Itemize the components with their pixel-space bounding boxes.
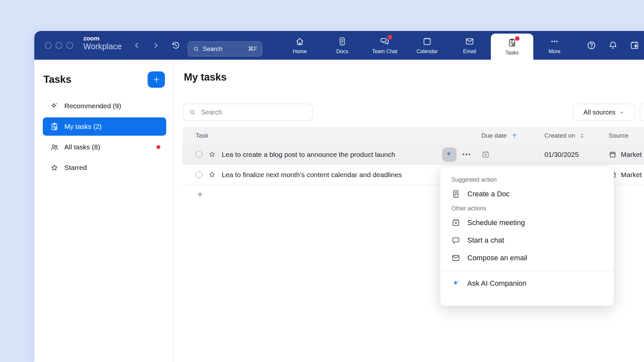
- calendar-icon: [609, 151, 617, 158]
- history-icon[interactable]: [171, 40, 181, 50]
- column-header-created-on[interactable]: Created on: [540, 132, 604, 139]
- menu-item-label: Start a chat: [467, 236, 504, 245]
- ai-companion-button[interactable]: [442, 147, 457, 162]
- task-title: Lea to create a blog post to announce th…: [222, 151, 395, 158]
- calendar-plus-icon[interactable]: [481, 150, 490, 159]
- tab-docs[interactable]: Docs: [321, 31, 363, 60]
- menu-item-label: Create a Doc: [467, 190, 510, 198]
- tab-label: Tasks: [506, 50, 519, 56]
- tab-label: More: [549, 49, 560, 54]
- search-shortcut: ⌘F: [248, 45, 257, 53]
- source-label: Market: [621, 151, 642, 158]
- forward-chevron-icon[interactable]: [151, 41, 160, 50]
- sidebar-item-label: Recommended (9): [64, 102, 121, 110]
- star-icon[interactable]: [208, 171, 216, 179]
- global-search[interactable]: Search ⌘F: [188, 41, 262, 56]
- docs-icon: [337, 37, 347, 46]
- email-icon: [465, 37, 475, 46]
- tab-label: Team Chat: [372, 49, 397, 54]
- add-task-button[interactable]: [196, 191, 204, 198]
- sort-toggle-icon[interactable]: [579, 133, 585, 139]
- sidebar-title: Tasks: [43, 74, 72, 85]
- tab-email[interactable]: Email: [448, 31, 491, 60]
- global-search-label: Search: [203, 45, 222, 53]
- home-icon: [295, 37, 305, 46]
- task-complete-checkbox[interactable]: [196, 171, 202, 178]
- tab-label: Docs: [336, 49, 348, 54]
- column-header-task[interactable]: Task: [183, 132, 475, 139]
- page-title: My tasks: [184, 71, 227, 83]
- team-chat-badge: [388, 35, 392, 39]
- tab-more[interactable]: More: [533, 31, 576, 60]
- topbar-right-icons: [587, 31, 639, 60]
- clipboard-check-icon: [50, 122, 59, 131]
- tab-label: Calendar: [417, 49, 438, 54]
- notifications-bell-icon[interactable]: [608, 40, 618, 50]
- menu-item-create-doc[interactable]: Create a Doc: [440, 185, 614, 203]
- brand-workplace: Workplace: [83, 42, 122, 51]
- calendar-plus-icon: [451, 218, 460, 227]
- menu-divider: [440, 271, 614, 271]
- sidebar-item-my-tasks[interactable]: My tasks (2): [43, 117, 166, 136]
- brand-zoom: zoom: [83, 35, 122, 42]
- tab-home[interactable]: Home: [279, 31, 321, 60]
- calendar-date-icon[interactable]: [630, 40, 639, 50]
- star-icon[interactable]: [208, 150, 216, 158]
- column-header-due-date[interactable]: Due date: [475, 132, 540, 139]
- tab-calendar[interactable]: Calendar: [406, 31, 448, 60]
- menu-item-schedule-meeting[interactable]: Schedule meeting: [440, 214, 614, 232]
- help-icon[interactable]: [587, 40, 596, 50]
- more-icon: [550, 37, 559, 46]
- tasks-sidebar: Tasks Recommended (9): [34, 60, 174, 362]
- window-controls[interactable]: [45, 42, 73, 49]
- tab-tasks[interactable]: Tasks: [491, 34, 533, 60]
- calendar-icon: [422, 37, 432, 46]
- task-complete-checkbox[interactable]: [196, 151, 202, 158]
- menu-item-label: Ask AI Companion: [467, 279, 526, 288]
- chat-bubble-icon: [451, 236, 460, 245]
- tab-label: Home: [293, 49, 307, 54]
- table-row[interactable]: Lea to create a blog post to announce th…: [183, 144, 644, 165]
- app-window: zoom Workplace Search ⌘F: [34, 31, 644, 362]
- menu-item-label: Schedule meeting: [467, 219, 525, 227]
- tasks-icon: [507, 38, 517, 48]
- back-chevron-icon[interactable]: [132, 41, 141, 50]
- sidebar-item-starred[interactable]: Starred: [43, 158, 166, 177]
- sidebar-item-all-tasks[interactable]: All tasks (8): [43, 138, 166, 156]
- tasks-badge: [515, 36, 520, 41]
- chevron-down-icon: [619, 110, 625, 115]
- all-sources-dropdown[interactable]: All sources: [573, 104, 635, 121]
- new-task-button[interactable]: [148, 71, 165, 88]
- all-tasks-unread-dot: [156, 145, 160, 149]
- search-icon: [189, 109, 196, 116]
- menu-item-compose-email[interactable]: Compose an email: [440, 249, 614, 267]
- column-header-source[interactable]: Source: [604, 132, 644, 139]
- sidebar-item-label: My tasks (2): [64, 123, 102, 130]
- menu-section-suggested: Suggested action: [440, 174, 614, 185]
- window-control-circle[interactable]: [66, 42, 73, 49]
- window-control-circle[interactable]: [56, 42, 62, 49]
- task-search-input[interactable]: [183, 104, 313, 121]
- menu-item-label: Compose an email: [467, 254, 527, 262]
- top-navbar: zoom Workplace Search ⌘F: [34, 31, 644, 60]
- menu-item-ask-ai-companion[interactable]: Ask AI Companion: [440, 275, 614, 292]
- menu-item-start-chat[interactable]: Start a chat: [440, 232, 614, 249]
- zoom-workplace-logo: zoom Workplace: [83, 35, 122, 51]
- sidebar-item-label: All tasks (8): [64, 143, 100, 151]
- sidebar-item-label: Starred: [64, 164, 87, 172]
- source-label: Market: [621, 171, 642, 179]
- row-more-actions[interactable]: [462, 152, 471, 157]
- created-on-date: 01/30/2025: [544, 151, 579, 158]
- clipped-filter-button[interactable]: [640, 104, 644, 121]
- tab-team-chat[interactable]: Team Chat: [363, 31, 406, 60]
- email-icon: [451, 253, 460, 263]
- window-control-circle[interactable]: [45, 42, 52, 49]
- plus-icon: [152, 75, 161, 84]
- menu-section-other: Other actions: [440, 203, 614, 214]
- ai-actions-menu: Suggested action Create a Doc Other acti…: [440, 167, 614, 306]
- all-sources-label: All sources: [584, 109, 616, 116]
- sort-ascending-icon[interactable]: [511, 132, 518, 139]
- sparkle-icon: [50, 102, 59, 111]
- search-icon: [193, 46, 200, 53]
- sidebar-item-recommended[interactable]: Recommended (9): [43, 97, 166, 115]
